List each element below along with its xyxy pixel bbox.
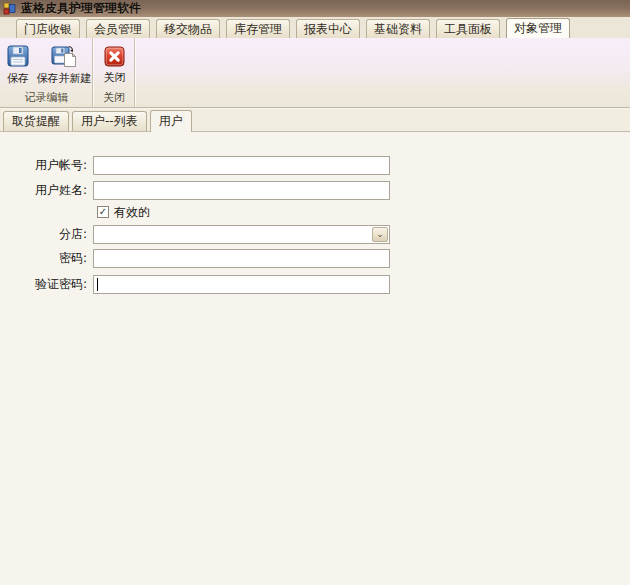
ribbon-group-close: 关闭 关闭	[94, 38, 135, 107]
save-and-new-button[interactable]: 保存并新建	[35, 41, 93, 87]
tab-store-cashier[interactable]: 门店收银	[16, 19, 80, 38]
tab-member-mgmt[interactable]: 会员管理	[86, 19, 150, 38]
confirm-password-input[interactable]	[93, 275, 390, 294]
group-caption-record-edit: 记录编辑	[1, 90, 92, 105]
save-button-label: 保存	[7, 71, 29, 86]
subtab-pickup-reminder[interactable]: 取货提醒	[3, 111, 69, 131]
app-icon	[3, 2, 16, 15]
titlebar: 蓝格皮具护理管理软件	[0, 0, 630, 17]
account-input[interactable]	[93, 156, 390, 175]
save-button[interactable]: 保存	[1, 41, 35, 87]
checkmark-icon: ✓	[99, 207, 107, 217]
branch-combobox[interactable]: ⌄	[93, 225, 390, 244]
tab-base-data[interactable]: 基础资料	[366, 19, 430, 38]
tab-tool-panel[interactable]: 工具面板	[436, 19, 500, 38]
confirm-password-label: 验证密码:	[0, 275, 87, 294]
branch-dropdown-button[interactable]: ⌄	[372, 227, 388, 242]
valid-checkbox[interactable]: ✓	[97, 206, 109, 218]
close-icon	[104, 46, 125, 67]
text-cursor	[97, 278, 98, 291]
valid-checkbox-row: ✓ 有效的	[97, 205, 150, 219]
save-icon	[6, 44, 30, 68]
subtab-user[interactable]: 用户	[150, 110, 192, 132]
save-and-new-icon	[51, 44, 77, 68]
account-label: 用户帐号:	[0, 156, 87, 175]
ribbon-group-record-edit: 保存 保存并新建 记录编辑	[1, 38, 93, 107]
valid-checkbox-label[interactable]: 有效的	[114, 206, 150, 219]
tab-report-center[interactable]: 报表中心	[296, 19, 360, 38]
sub-tabstrip: 取货提醒 用户--列表 用户	[0, 109, 630, 132]
user-form: 用户帐号: 用户姓名: ✓ 有效的 分店: ⌄ 密码: 验证密码:	[0, 132, 630, 585]
main-tabstrip: 门店收银 会员管理 移交物品 库存管理 报表中心 基础资料 工具面板 对象管理	[0, 17, 630, 38]
group-caption-close: 关闭	[94, 90, 134, 105]
window-title: 蓝格皮具护理管理软件	[21, 0, 141, 17]
username-input[interactable]	[93, 181, 390, 200]
password-input[interactable]	[93, 249, 390, 268]
subtab-user-list[interactable]: 用户--列表	[72, 111, 147, 131]
password-label: 密码:	[0, 249, 87, 268]
chevron-down-icon: ⌄	[376, 230, 384, 239]
tab-inventory-mgmt[interactable]: 库存管理	[226, 19, 290, 38]
tab-object-mgmt[interactable]: 对象管理	[506, 18, 570, 38]
branch-label: 分店:	[0, 225, 87, 244]
username-label: 用户姓名:	[0, 181, 87, 200]
tab-transfer-items[interactable]: 移交物品	[156, 19, 220, 38]
close-button-label: 关闭	[104, 70, 126, 85]
ribbon-toolbar: 保存 保存并新建 记录编辑	[0, 38, 630, 108]
close-button[interactable]: 关闭	[95, 41, 134, 86]
save-and-new-button-label: 保存并新建	[37, 71, 92, 86]
